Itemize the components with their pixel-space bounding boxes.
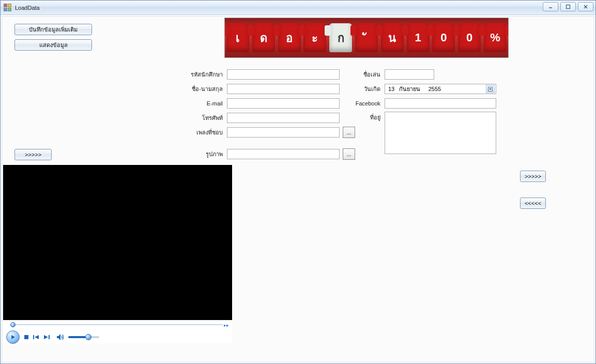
seek-bar[interactable]: ▸▸: [3, 321, 232, 328]
label-email: E-mail: [178, 100, 227, 107]
label-fullname: ชื่อ-นามสกุล: [178, 84, 227, 94]
seek-fastforward-icon[interactable]: ▸▸: [224, 323, 229, 328]
facebook-input[interactable]: [385, 98, 496, 109]
next-track-button[interactable]: [43, 335, 50, 340]
media-controls: [3, 328, 232, 346]
svg-rect-7: [24, 335, 28, 339]
picture-input[interactable]: [227, 149, 340, 159]
label-fav-song: เพลงที่ชอบ: [178, 128, 227, 137]
banner-image: เดอะกัน100%: [224, 18, 509, 58]
next-right-button[interactable]: >>>>>: [520, 171, 546, 182]
label-phone: โทรศัพท์: [178, 113, 227, 123]
seek-knob[interactable]: [10, 322, 16, 327]
label-student-id: รหัสนักศึกษา: [178, 70, 227, 79]
svg-marker-5: [489, 88, 492, 90]
banner-shirt: อ: [278, 23, 301, 52]
volume-slider[interactable]: [68, 336, 99, 338]
maximize-button[interactable]: [560, 2, 576, 11]
svg-rect-1: [567, 5, 570, 9]
close-button[interactable]: [578, 2, 593, 11]
label-address: ที่อยู่: [348, 112, 385, 122]
prev-track-button[interactable]: [33, 335, 39, 340]
email-input[interactable]: [227, 98, 340, 109]
phone-input[interactable]: [227, 113, 340, 123]
banner-shirt: ก: [329, 23, 352, 52]
app-icon: [4, 4, 12, 12]
banner-shirt: ะ: [303, 23, 326, 52]
next-left-button[interactable]: >>>>>: [14, 149, 52, 160]
window-title: LoadData: [15, 5, 40, 11]
play-button[interactable]: [6, 330, 20, 344]
banner-shirt: น: [381, 23, 404, 52]
svg-marker-9: [35, 335, 39, 339]
banner-shirt: เ: [226, 23, 249, 52]
banner-shirt: 0: [432, 23, 455, 52]
svg-rect-11: [49, 335, 50, 339]
prev-right-button[interactable]: <<<<<: [520, 198, 546, 209]
banner-shirt: %: [484, 23, 507, 52]
client-area: บันทึกข้อมูลเพิ่มเติม แสดงข้อมูล เดอะกัน…: [2, 16, 594, 362]
banner-shirt: 1: [407, 23, 430, 52]
datepicker-dropdown-icon[interactable]: [486, 85, 495, 93]
minimize-button[interactable]: [543, 2, 558, 11]
stop-button[interactable]: [24, 335, 29, 340]
svg-marker-10: [44, 335, 48, 339]
show-data-button[interactable]: แสดงข้อมูล: [14, 39, 92, 51]
birthdate-value: 13 กันยายน 2555: [388, 84, 441, 94]
arrows-left-group: >>>>>: [14, 149, 52, 160]
student-id-input[interactable]: [227, 69, 340, 80]
label-nickname: ชื่อเล่น: [348, 70, 385, 79]
arrows-right-group: >>>>> <<<<<: [520, 171, 546, 209]
label-birthdate: วันเกิด: [348, 84, 385, 94]
banner-shirt: 0: [458, 23, 481, 52]
svg-rect-8: [33, 335, 34, 339]
label-picture: รูปภาพ: [178, 149, 227, 159]
banner-shirt: ั: [355, 23, 378, 52]
banner-shirt: ด: [252, 23, 275, 52]
save-more-button[interactable]: บันทึกข้อมูลเพิ่มเติม: [14, 24, 92, 35]
titlebar: LoadData: [1, 1, 595, 15]
window-controls: [543, 2, 593, 11]
label-facebook: Facebook: [348, 100, 385, 107]
volume-knob[interactable]: [85, 334, 91, 340]
address-textarea[interactable]: [385, 112, 496, 154]
app-window: LoadData บันทึกข้อมูลเพิ่มเติม แสดงข้อมู…: [0, 0, 596, 364]
fav-song-input[interactable]: [227, 127, 340, 138]
svg-marker-12: [57, 334, 60, 340]
nickname-input[interactable]: [385, 69, 434, 80]
left-button-group: บันทึกข้อมูลเพิ่มเติม แสดงข้อมูล: [14, 24, 92, 51]
volume-icon[interactable]: [57, 334, 64, 340]
form-right-column: ชื่อเล่น วันเกิด 13 กันยายน 2555: [348, 68, 509, 156]
fullname-input[interactable]: [227, 84, 340, 94]
svg-marker-6: [11, 335, 15, 339]
video-area[interactable]: [3, 165, 232, 320]
media-player: ▸▸: [3, 165, 232, 343]
birthdate-picker[interactable]: 13 กันยายน 2555: [385, 84, 496, 94]
